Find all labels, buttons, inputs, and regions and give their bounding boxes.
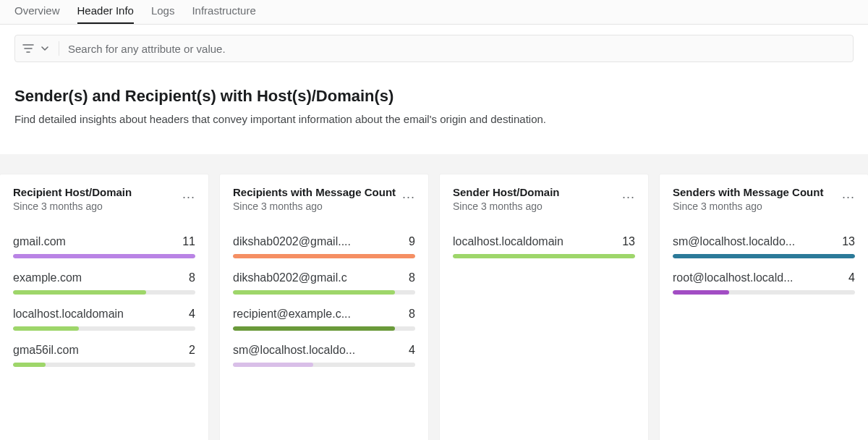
panel-rows: sm@localhost.localdo...13root@localhost.… xyxy=(673,235,855,295)
page-description: Find detailed insights about headers tha… xyxy=(14,113,854,125)
tab-header-info[interactable]: Header Info xyxy=(77,0,134,24)
panels-row: Recipient Host/DomainSince 3 months ago.… xyxy=(0,154,868,440)
row-value: 4 xyxy=(409,344,415,357)
row-label: recipient@example.c... xyxy=(233,308,351,321)
panel-rows: gmail.com11example.com8localhost.localdo… xyxy=(13,235,195,367)
row-value: 13 xyxy=(622,235,635,248)
panel-subtitle: Since 3 months ago xyxy=(453,200,560,212)
row-label: gma56il.com xyxy=(13,344,79,357)
panel-titles: Recipients with Message CountSince 3 mon… xyxy=(233,186,400,212)
panel-rows: dikshab0202@gmail....9dikshab0202@gmail.… xyxy=(233,235,415,367)
panel-header: Sender Host/DomainSince 3 months ago... xyxy=(453,186,635,227)
row-label: sm@localhost.localdo... xyxy=(673,235,795,248)
row-label: dikshab0202@gmail.c xyxy=(233,271,347,284)
row-label: localhost.localdomain xyxy=(453,235,563,248)
list-item[interactable]: sm@localhost.localdo...4 xyxy=(233,344,415,357)
panel-menu-icon[interactable]: ... xyxy=(622,187,635,200)
bar-fill xyxy=(453,254,635,258)
row-value: 8 xyxy=(409,271,415,284)
panel: Senders with Message CountSince 3 months… xyxy=(660,174,868,440)
bar-track xyxy=(233,254,415,258)
bar-fill xyxy=(233,290,395,295)
list-item[interactable]: localhost.localdomain4 xyxy=(13,308,195,321)
row-label: sm@localhost.localdo... xyxy=(233,344,355,357)
panel-subtitle: Since 3 months ago xyxy=(673,200,823,212)
panel: Sender Host/DomainSince 3 months ago...l… xyxy=(440,174,648,440)
row-label: dikshab0202@gmail.... xyxy=(233,235,351,248)
list-item[interactable]: dikshab0202@gmail.c8 xyxy=(233,271,415,284)
filter-icon[interactable] xyxy=(22,43,34,54)
row-value: 2 xyxy=(189,344,195,357)
bar-track xyxy=(233,326,415,331)
row-label: example.com xyxy=(13,271,82,284)
search-input[interactable] xyxy=(68,43,846,55)
bar-fill xyxy=(233,254,415,258)
panel-menu-icon[interactable]: ... xyxy=(842,187,855,200)
panel-title: Recipients with Message Count xyxy=(233,186,396,200)
panel-header: Recipients with Message CountSince 3 mon… xyxy=(233,186,415,227)
bar-track xyxy=(673,290,855,295)
row-value: 8 xyxy=(189,271,195,284)
panel: Recipients with Message CountSince 3 mon… xyxy=(220,174,428,440)
bar-track xyxy=(453,254,635,258)
bar-track xyxy=(233,290,415,295)
list-item[interactable]: recipient@example.c...8 xyxy=(233,308,415,321)
panel-titles: Sender Host/DomainSince 3 months ago xyxy=(453,186,564,212)
list-item[interactable]: localhost.localdomain13 xyxy=(453,235,635,248)
panel-menu-icon[interactable]: ... xyxy=(182,187,195,200)
panel-menu-icon[interactable]: ... xyxy=(402,187,415,200)
list-item[interactable]: sm@localhost.localdo...13 xyxy=(673,235,855,248)
tab-logs[interactable]: Logs xyxy=(151,0,175,24)
chevron-down-icon[interactable] xyxy=(40,43,50,54)
bar-track xyxy=(233,363,415,367)
row-value: 4 xyxy=(189,308,195,321)
row-value: 11 xyxy=(182,235,195,248)
panel-titles: Recipient Host/DomainSince 3 months ago xyxy=(13,186,136,212)
top-tabs: Overview Header Info Logs Infrastructure xyxy=(0,0,868,25)
bar-fill xyxy=(13,326,79,331)
panel-subtitle: Since 3 months ago xyxy=(233,200,396,212)
bar-fill xyxy=(13,363,46,367)
list-item[interactable]: example.com8 xyxy=(13,271,195,284)
list-item[interactable]: root@localhost.locald...4 xyxy=(673,271,855,284)
bar-track xyxy=(13,290,195,295)
list-item[interactable]: gmail.com11 xyxy=(13,235,195,248)
section-header: Sender(s) and Recipient(s) with Host(s)/… xyxy=(0,62,868,138)
list-item[interactable]: gma56il.com2 xyxy=(13,344,195,357)
panel-header: Recipient Host/DomainSince 3 months ago.… xyxy=(13,186,195,227)
row-value: 13 xyxy=(842,235,855,248)
row-value: 9 xyxy=(409,235,415,248)
panel-header: Senders with Message CountSince 3 months… xyxy=(673,186,855,227)
tab-overview[interactable]: Overview xyxy=(14,0,60,24)
page-title: Sender(s) and Recipient(s) with Host(s)/… xyxy=(14,87,854,106)
row-label: localhost.localdomain xyxy=(13,308,124,321)
row-label: root@localhost.locald... xyxy=(673,271,793,284)
panel-title: Senders with Message Count xyxy=(673,186,823,200)
panel-rows: localhost.localdomain13 xyxy=(453,235,635,258)
bar-track xyxy=(673,254,855,258)
bar-track xyxy=(13,254,195,258)
row-value: 8 xyxy=(409,308,415,321)
bar-track xyxy=(13,326,195,331)
bar-fill xyxy=(233,326,395,331)
row-value: 4 xyxy=(848,271,855,284)
panel-title: Recipient Host/Domain xyxy=(13,186,132,200)
panel-title: Sender Host/Domain xyxy=(453,186,560,200)
bar-fill xyxy=(673,254,855,258)
panel: Recipient Host/DomainSince 3 months ago.… xyxy=(0,174,208,440)
bar-fill xyxy=(233,363,313,367)
divider xyxy=(59,41,59,56)
bar-fill xyxy=(13,290,146,295)
row-label: gmail.com xyxy=(13,235,66,248)
search-bar[interactable] xyxy=(14,35,854,62)
panel-subtitle: Since 3 months ago xyxy=(13,200,132,212)
bar-track xyxy=(13,363,195,367)
panel-titles: Senders with Message CountSince 3 months… xyxy=(673,186,827,212)
list-item[interactable]: dikshab0202@gmail....9 xyxy=(233,235,415,248)
bar-fill xyxy=(673,290,729,295)
bar-fill xyxy=(13,254,195,258)
tab-infrastructure[interactable]: Infrastructure xyxy=(192,0,255,24)
